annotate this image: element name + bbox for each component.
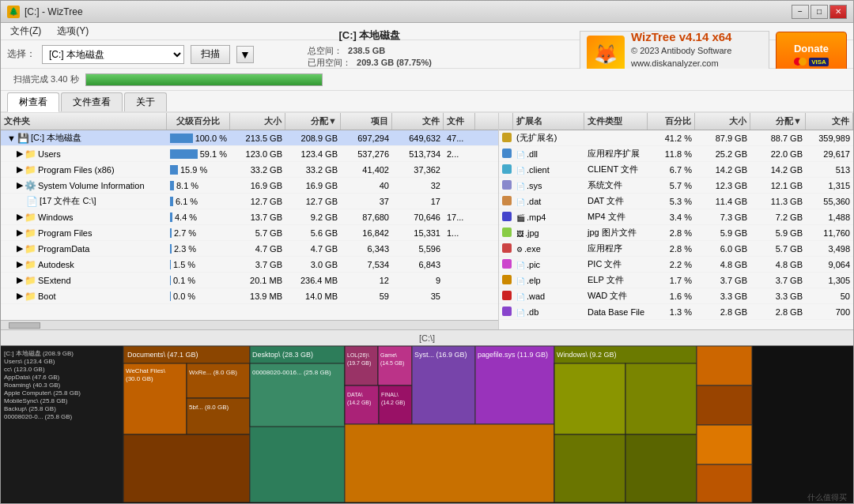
- ext-row[interactable]: (无扩展名) 41.2 % 87.9 GB 88.7 GB 359,989: [499, 130, 853, 146]
- ecell-type: 系统文件: [584, 179, 648, 192]
- drive-icon: 💾: [17, 133, 29, 144]
- tree-row[interactable]: ▶ 📁 Windows 4.4 % 13.7 GB 9.2 GB 87,680 …: [1, 209, 498, 225]
- svg-rect-51: [697, 386, 752, 425]
- folder-icon: 📁: [25, 259, 36, 270]
- eth-ext[interactable]: 扩展名: [513, 113, 584, 130]
- expand-icon[interactable]: ▶: [17, 259, 23, 269]
- treemap-panel[interactable]: [C:] 本地磁盘 (208.9 GB) Users\ (123.4 GB) c…: [1, 345, 853, 503]
- selected-drive-title: [C:] 本地磁盘: [308, 28, 432, 43]
- menu-options[interactable]: 选项(Y): [54, 24, 92, 39]
- svg-rect-19: [123, 434, 250, 502]
- ecell-alloc: 11.3 GB: [750, 196, 806, 207]
- progress-bar-fill: [86, 74, 322, 85]
- drive-used-row: 已用空间： 209.3 GB (87.75%): [308, 57, 432, 69]
- svg-text:(19.7 GB): (19.7 GB): [347, 360, 371, 367]
- ext-table-header: 扩展名 文件类型 百分比 大小 分配▼ 文件: [499, 113, 853, 130]
- ext-row[interactable]: 🖼.jpg jpg 图片文件 2.8 % 5.9 GB 5.9 GB 11,76…: [499, 225, 853, 241]
- expand-icon[interactable]: ▶: [17, 275, 23, 285]
- th-folder: 文件夹: [1, 113, 167, 130]
- th-files[interactable]: 文件: [392, 113, 444, 130]
- expand-icon[interactable]: ▶: [17, 212, 23, 222]
- ecell-type: MP4 文件: [584, 210, 648, 224]
- eth-alloc[interactable]: 分配▼: [750, 113, 806, 130]
- filter-icon[interactable]: ▼: [236, 46, 254, 63]
- th-parent-pct[interactable]: 父级百分比: [167, 113, 230, 130]
- tree-row[interactable]: ▶ 📁 Users 59.1 % 123.0 GB 123.4 GB 537,2…: [1, 146, 498, 162]
- svg-rect-52: [697, 425, 752, 465]
- svg-text:WxRe... (8.0 GB): WxRe... (8.0 GB): [189, 369, 237, 376]
- ecell-pct: 3.4 %: [648, 212, 695, 223]
- ext-row[interactable]: 📄.dat DAT 文件 5.3 % 11.4 GB 11.3 GB 55,36…: [499, 194, 853, 209]
- eth-files[interactable]: 文件: [806, 113, 853, 130]
- close-button[interactable]: ✕: [829, 5, 847, 19]
- cell-items: 537,276: [341, 149, 392, 160]
- ext-body[interactable]: (无扩展名) 41.2 % 87.9 GB 88.7 GB 359,989 📄.…: [499, 130, 853, 329]
- ecell-files: 3,498: [806, 243, 853, 254]
- ecell-color: [499, 290, 513, 303]
- minimize-button[interactable]: −: [792, 5, 809, 19]
- tree-row[interactable]: ▶ 📁 Autodesk 1.5 % 3.7 GB 3.0 GB 7,534 6…: [1, 257, 498, 273]
- ext-row[interactable]: 🎬.mp4 MP4 文件 3.4 % 7.3 GB 7.2 GB 1,488: [499, 209, 853, 225]
- tree-row[interactable]: ▶ 📁 Program Files (x86) 15.9 % 33.2 GB 3…: [1, 162, 498, 178]
- progress-bar-container: [85, 73, 323, 86]
- cell-items: 12: [341, 275, 392, 286]
- ecell-size: 3.3 GB: [695, 291, 750, 302]
- cell-items: 40: [341, 180, 392, 191]
- tree-body[interactable]: ▼ 💾 [C:] 本地磁盘 100.0 % 213.5 GB 208.9 GB …: [1, 130, 498, 320]
- folder-name: Boot: [38, 291, 56, 301]
- pct-bar: [170, 244, 172, 254]
- ecell-files: 29,617: [806, 149, 853, 160]
- ext-row[interactable]: 📄.dll 应用程序扩展 11.8 % 25.2 GB 22.0 GB 29,6…: [499, 146, 853, 162]
- th-alloc[interactable]: 分配▼: [285, 113, 341, 130]
- ecell-alloc: 5.7 GB: [750, 243, 806, 254]
- ext-row[interactable]: 📄.sys 系统文件 5.7 % 12.3 GB 12.1 GB 1,315: [499, 178, 853, 194]
- scan-button[interactable]: 扫描: [191, 45, 230, 64]
- ecell-files: 50: [806, 291, 853, 302]
- ext-row[interactable]: 📄.elp ELP 文件 1.7 % 3.7 GB 3.7 GB 1,305: [499, 273, 853, 288]
- ext-row[interactable]: 📄.db Data Base File 1.3 % 2.8 GB 2.8 GB …: [499, 304, 853, 320]
- expand-icon[interactable]: ▶: [17, 243, 23, 254]
- cell-pct: 100.0 %: [167, 133, 230, 144]
- tree-row[interactable]: ▶ 📁 Boot 0.0 % 13.9 MB 14.0 MB 59 35: [1, 288, 498, 304]
- tree-row[interactable]: ▶ 📁 ProgramData 2.3 % 4.7 GB 4.7 GB 6,34…: [1, 241, 498, 257]
- tree-row[interactable]: ▶ ⚙️ System Volume Information 8.1 % 16.…: [1, 178, 498, 194]
- ecell-color: [499, 148, 513, 160]
- expand-icon[interactable]: ▶: [17, 228, 23, 238]
- tree-row[interactable]: ▼ 💾 [C:] 本地磁盘 100.0 % 213.5 GB 208.9 GB …: [1, 130, 498, 146]
- toolbar: 选择： [C:] 本地磁盘 扫描 ▼ [C:] 本地磁盘 总空间： 238.5 …: [1, 40, 853, 69]
- tree-scrollbar[interactable]: [1, 320, 498, 329]
- ecell-pct: 1.6 %: [648, 291, 695, 302]
- ext-row[interactable]: 📄.wad WAD 文件 1.6 % 3.3 GB 3.3 GB 50: [499, 288, 853, 304]
- ecell-color: [499, 164, 513, 176]
- pct-text: 100.0 %: [195, 134, 227, 143]
- tree-row[interactable]: ▶ 📁 SExtend 0.1 % 20.1 MB 236.4 MB 12 9: [1, 273, 498, 288]
- tab-tree-view[interactable]: 树查看: [7, 92, 59, 112]
- th-items[interactable]: 项目: [341, 113, 392, 130]
- drive-select[interactable]: [C:] 本地磁盘: [42, 45, 184, 64]
- cell-folder: ▶ 📁 Boot: [1, 290, 167, 303]
- eth-pct[interactable]: 百分比: [648, 113, 695, 130]
- expand-icon[interactable]: ▶: [17, 180, 23, 190]
- ext-row[interactable]: 📄.client CLIENT 文件 6.7 % 14.2 GB 14.2 GB…: [499, 162, 853, 178]
- ext-row[interactable]: ⚙.exe 应用程序 2.8 % 6.0 GB 5.7 GB 3,498: [499, 241, 853, 257]
- ecell-alloc: 14.2 GB: [750, 164, 806, 175]
- menu-file[interactable]: 文件(Z): [7, 24, 44, 39]
- eth-type[interactable]: 文件类型: [584, 113, 648, 130]
- cell-pct: 2.3 %: [167, 243, 230, 254]
- scrollbar-thumb[interactable]: [9, 322, 40, 329]
- scan-status-text: 扫描完成 3.40 秒: [13, 73, 79, 85]
- tree-row[interactable]: 📄 [17 文件在 C:\] 6.1 % 12.7 GB 12.7 GB 37 …: [1, 194, 498, 209]
- ext-row[interactable]: 📄.pic PIC 文件 2.2 % 4.8 GB 4.8 GB 9,064: [499, 257, 853, 273]
- expand-icon[interactable]: ▶: [17, 291, 23, 301]
- eth-size[interactable]: 大小: [695, 113, 750, 130]
- maximize-button[interactable]: □: [811, 5, 828, 19]
- expand-icon[interactable]: ▶: [17, 149, 23, 159]
- expand-icon[interactable]: ▼: [7, 134, 16, 143]
- th-size[interactable]: 大小: [230, 113, 285, 130]
- expand-icon[interactable]: ▶: [17, 164, 23, 175]
- tab-about[interactable]: 关于: [124, 92, 167, 111]
- tab-file-view[interactable]: 文件查看: [61, 92, 123, 111]
- ext-icon: 📄: [516, 151, 525, 159]
- tree-row[interactable]: ▶ 📁 Program Files 2.7 % 5.7 GB 5.6 GB 16…: [1, 225, 498, 241]
- svg-rect-48: [554, 434, 625, 502]
